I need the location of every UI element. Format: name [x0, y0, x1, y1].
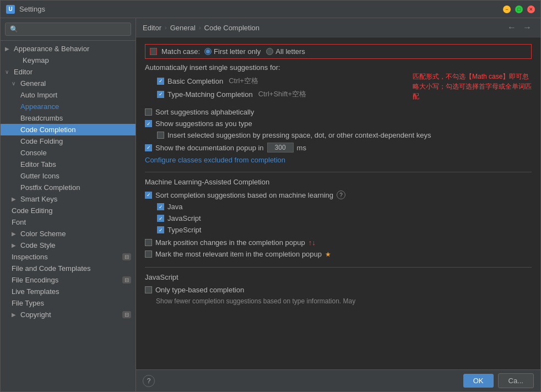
sidebar-item-label: Font [12, 218, 26, 226]
file-encodings-badge: ⊟ [122, 276, 131, 284]
type-matching-label: Type-Matching Completion [167, 90, 253, 99]
java-checkbox[interactable] [157, 203, 164, 210]
sidebar-item-breadcrumbs[interactable]: Breadcrumbs [1, 112, 136, 124]
search-input[interactable] [5, 23, 131, 36]
sidebar-item-editor-tabs[interactable]: Editor Tabs [1, 159, 136, 170]
maximize-button[interactable]: □ [515, 6, 523, 13]
bottom-bar: ? OK Ca... [136, 369, 540, 391]
sidebar-item-auto-import[interactable]: Auto Import [1, 89, 136, 101]
sidebar-item-label: Inspections [12, 253, 48, 261]
sidebar-item-appearance[interactable]: Appearance [1, 101, 136, 112]
close-button[interactable]: ✕ [527, 6, 535, 13]
radio-first-letter-btn[interactable] [204, 48, 212, 55]
annotation: 匹配形式，不勾选【Math case】即可忽略大小写；勾选可选择首字母或全单词匹… [413, 72, 534, 101]
radio-all-letters-btn[interactable] [266, 48, 273, 55]
sidebar-item-keymap[interactable]: Keymap [1, 55, 136, 66]
sidebar-item-general[interactable]: ∨ General [1, 78, 136, 89]
sidebar-item-console[interactable]: Console [1, 147, 136, 159]
sort-ml-checkbox[interactable] [145, 192, 152, 199]
sidebar-item-code-folding[interactable]: Code Folding [1, 135, 136, 147]
sidebar-item-file-types[interactable]: File Types [1, 297, 136, 309]
settings-window: U Settings − □ ✕ ▶ Appearance & Behavior [0, 0, 541, 392]
javascript-label: JavaScript [167, 214, 201, 222]
radio-all-letters[interactable]: All letters [266, 47, 305, 56]
sidebar-item-label: Code Style [20, 241, 56, 249]
arrow-icon: ▶ [12, 242, 18, 248]
mark-relevant-row: Mark the most relevant item in the compl… [145, 250, 532, 258]
arrow-icon: ▶ [5, 46, 12, 52]
annotation-text: 匹配形式，不勾选【Math case】即可忽略大小写；勾选可选择首字母或全单词匹… [413, 73, 532, 100]
js-section: JavaScript Only type-based completion Sh… [145, 273, 532, 305]
show-doc-popup-row: Show the documentation popup in ms [145, 143, 532, 153]
basic-completion-checkbox[interactable] [157, 78, 164, 85]
insert-selected-checkbox[interactable] [157, 132, 164, 139]
sidebar-item-postfix-completion[interactable]: Postfix Completion [1, 182, 136, 193]
sidebar-item-file-code-templates[interactable]: File and Code Templates [1, 263, 136, 274]
typescript-checkbox[interactable] [157, 226, 164, 233]
show-doc-popup-checkbox[interactable] [145, 144, 152, 151]
sidebar-item-label: Postfix Completion [20, 183, 80, 192]
cancel-button[interactable]: Ca... [498, 373, 534, 388]
sidebar-item-appearance-behavior[interactable]: ▶ Appearance & Behavior [1, 43, 136, 55]
back-button[interactable]: ← [505, 23, 518, 32]
window-title: Settings [19, 5, 503, 13]
sidebar-item-label: Appearance & Behavior [14, 45, 89, 53]
sidebar-item-code-editing[interactable]: Code Editing [1, 205, 136, 216]
popup-ms-suffix: ms [297, 144, 306, 152]
window-controls: − □ ✕ [503, 6, 535, 13]
sidebar-item-label: Code Folding [20, 137, 63, 145]
javascript-checkbox[interactable] [157, 215, 164, 222]
sidebar-item-code-completion[interactable]: Code Completion [1, 124, 136, 135]
sidebar-item-label: File Encodings [12, 276, 58, 284]
help-button[interactable]: ? [143, 375, 155, 387]
only-type-based-checkbox[interactable] [145, 286, 152, 293]
sidebar-item-file-encodings[interactable]: File Encodings ⊟ [1, 274, 136, 286]
minimize-button[interactable]: − [503, 6, 511, 13]
match-case-checkbox[interactable] [150, 48, 157, 55]
sidebar-item-editor[interactable]: ∨ Editor [1, 66, 136, 78]
sort-alpha-label: Sort suggestions alphabetically [155, 108, 254, 116]
auto-insert-title: Automatically insert single suggestions … [145, 63, 532, 72]
mark-position-checkbox[interactable] [145, 239, 152, 246]
breadcrumb-general: General [170, 24, 196, 32]
sidebar-item-label: Appearance [20, 102, 59, 111]
sidebar-item-color-scheme[interactable]: ▶ Color Scheme [1, 228, 136, 239]
help-icon[interactable]: ? [337, 190, 345, 199]
breadcrumb-code-completion: Code Completion [204, 24, 259, 32]
popup-ms-input[interactable] [267, 143, 294, 153]
sidebar-search-container [1, 18, 136, 41]
sidebar-item-label: Gutter Icons [20, 172, 59, 180]
forward-button[interactable]: → [521, 23, 534, 32]
arrow-icon: ▶ [12, 312, 18, 318]
ml-section-title: Machine Learning-Assisted Completion [145, 178, 532, 186]
arrow-icon: ∨ [5, 69, 12, 75]
star-icon: ★ [325, 251, 331, 258]
type-matching-checkbox[interactable] [157, 91, 164, 98]
sidebar-item-inspections[interactable]: Inspections ⊟ [1, 251, 136, 263]
ml-section: Machine Learning-Assisted Completion Sor… [145, 178, 532, 258]
radio-first-letter[interactable]: First letter only [204, 47, 261, 56]
sidebar-item-label: Smart Keys [20, 195, 57, 203]
sort-ml-row: Sort completion suggestions based on mac… [145, 190, 532, 199]
show-suggestions-checkbox[interactable] [145, 120, 152, 127]
sort-alpha-checkbox[interactable] [145, 108, 152, 116]
configure-link[interactable]: Configure classes excluded from completi… [145, 156, 285, 164]
sidebar-item-live-templates[interactable]: Live Templates [1, 286, 136, 297]
app-icon: U [6, 5, 15, 14]
js-section-title: JavaScript [145, 273, 532, 281]
sidebar-item-gutter-icons[interactable]: Gutter Icons [1, 170, 136, 182]
show-fewer-text: Show fewer completion suggestions based … [145, 297, 532, 305]
mark-relevant-checkbox[interactable] [145, 251, 152, 258]
content-area: Match case: First letter only All letter… [136, 37, 540, 369]
sidebar-item-copyright[interactable]: ▶ Copyright ⊟ [1, 309, 136, 320]
main-panel: Editor › General › Code Completion ← → M… [136, 18, 540, 391]
sidebar-item-label: Editor [14, 68, 33, 76]
java-row: Java [157, 203, 532, 211]
sidebar-item-smart-keys[interactable]: ▶ Smart Keys [1, 193, 136, 205]
sidebar-item-code-style[interactable]: ▶ Code Style [1, 239, 136, 251]
sidebar-item-label: Color Scheme [20, 230, 66, 238]
show-suggestions-label: Show suggestions as you type [155, 119, 252, 128]
sidebar-item-font[interactable]: Font [1, 216, 136, 228]
show-doc-popup-label: Show the documentation popup in [155, 144, 264, 152]
ok-button[interactable]: OK [463, 374, 494, 388]
